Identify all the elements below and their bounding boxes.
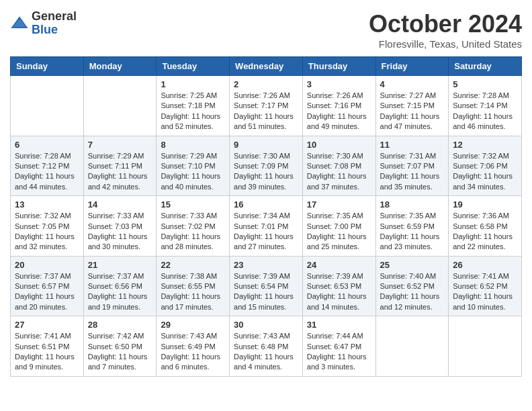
day-number: 10: [307, 140, 371, 150]
day-number: 20: [15, 260, 79, 270]
day-content: Sunrise: 7:44 AM Sunset: 6:47 PM Dayligh…: [307, 331, 371, 373]
calendar-header-row: SundayMondayTuesdayWednesdayThursdayFrid…: [11, 57, 522, 76]
day-number: 9: [234, 140, 298, 150]
calendar-day-cell: [11, 76, 84, 136]
day-content: Sunrise: 7:29 AM Sunset: 7:11 PM Dayligh…: [88, 151, 152, 193]
day-content: Sunrise: 7:43 AM Sunset: 6:49 PM Dayligh…: [161, 331, 225, 373]
calendar-day-cell: 22Sunrise: 7:38 AM Sunset: 6:55 PM Dayli…: [157, 256, 230, 316]
calendar-day-cell: 1Sunrise: 7:25 AM Sunset: 7:18 PM Daylig…: [157, 76, 230, 136]
day-number: 24: [307, 260, 371, 270]
day-content: Sunrise: 7:33 AM Sunset: 7:02 PM Dayligh…: [161, 211, 225, 253]
day-content: Sunrise: 7:32 AM Sunset: 7:06 PM Dayligh…: [453, 151, 517, 193]
calendar-day-cell: 5Sunrise: 7:28 AM Sunset: 7:14 PM Daylig…: [449, 76, 522, 136]
day-number: 23: [234, 260, 298, 270]
day-of-week-header: Thursday: [302, 57, 375, 76]
day-number: 6: [15, 140, 79, 150]
day-content: Sunrise: 7:28 AM Sunset: 7:12 PM Dayligh…: [15, 151, 79, 193]
day-number: 8: [161, 140, 225, 150]
calendar-day-cell: 11Sunrise: 7:31 AM Sunset: 7:07 PM Dayli…: [375, 136, 449, 196]
calendar-day-cell: 7Sunrise: 7:29 AM Sunset: 7:11 PM Daylig…: [83, 136, 157, 196]
calendar-day-cell: 20Sunrise: 7:37 AM Sunset: 6:57 PM Dayli…: [11, 256, 84, 316]
day-number: 5: [453, 79, 517, 89]
calendar-day-cell: 29Sunrise: 7:43 AM Sunset: 6:49 PM Dayli…: [157, 316, 230, 377]
day-content: Sunrise: 7:26 AM Sunset: 7:16 PM Dayligh…: [307, 91, 371, 132]
day-of-week-header: Friday: [375, 57, 449, 76]
day-content: Sunrise: 7:25 AM Sunset: 7:18 PM Dayligh…: [161, 91, 225, 132]
day-of-week-header: Saturday: [449, 57, 522, 76]
calendar-day-cell: 26Sunrise: 7:41 AM Sunset: 6:52 PM Dayli…: [449, 256, 522, 316]
day-content: Sunrise: 7:31 AM Sunset: 7:07 PM Dayligh…: [380, 151, 445, 193]
logo-general: General: [32, 10, 77, 24]
day-content: Sunrise: 7:40 AM Sunset: 6:52 PM Dayligh…: [380, 271, 445, 313]
day-number: 13: [15, 199, 79, 210]
day-of-week-header: Wednesday: [230, 57, 303, 76]
calendar-day-cell: 28Sunrise: 7:42 AM Sunset: 6:50 PM Dayli…: [83, 316, 157, 377]
day-number: 14: [88, 199, 152, 210]
day-content: Sunrise: 7:33 AM Sunset: 7:03 PM Dayligh…: [88, 211, 152, 253]
day-of-week-header: Sunday: [11, 57, 84, 76]
calendar-day-cell: 6Sunrise: 7:28 AM Sunset: 7:12 PM Daylig…: [11, 136, 84, 196]
calendar-day-cell: [375, 316, 449, 377]
calendar-table: SundayMondayTuesdayWednesdayThursdayFrid…: [10, 56, 522, 377]
day-content: Sunrise: 7:42 AM Sunset: 6:50 PM Dayligh…: [88, 331, 152, 373]
day-content: Sunrise: 7:41 AM Sunset: 6:52 PM Dayligh…: [453, 271, 517, 313]
calendar-day-cell: 18Sunrise: 7:35 AM Sunset: 6:59 PM Dayli…: [375, 196, 449, 257]
day-content: Sunrise: 7:36 AM Sunset: 6:58 PM Dayligh…: [453, 211, 517, 253]
calendar-day-cell: 9Sunrise: 7:30 AM Sunset: 7:09 PM Daylig…: [230, 136, 303, 196]
day-content: Sunrise: 7:35 AM Sunset: 7:00 PM Dayligh…: [307, 211, 371, 253]
calendar-day-cell: [83, 76, 157, 136]
logo-icon: [10, 14, 29, 33]
calendar-day-cell: 14Sunrise: 7:33 AM Sunset: 7:03 PM Dayli…: [83, 196, 157, 257]
day-number: 2: [234, 79, 298, 89]
day-of-week-header: Monday: [83, 57, 157, 76]
day-content: Sunrise: 7:37 AM Sunset: 6:57 PM Dayligh…: [15, 271, 79, 313]
calendar-day-cell: 2Sunrise: 7:26 AM Sunset: 7:17 PM Daylig…: [230, 76, 303, 136]
calendar-week-row: 20Sunrise: 7:37 AM Sunset: 6:57 PM Dayli…: [11, 256, 522, 316]
day-number: 17: [307, 199, 371, 210]
calendar-day-cell: 17Sunrise: 7:35 AM Sunset: 7:00 PM Dayli…: [302, 196, 375, 257]
day-number: 22: [161, 260, 225, 270]
calendar-day-cell: 10Sunrise: 7:30 AM Sunset: 7:08 PM Dayli…: [302, 136, 375, 196]
day-number: 12: [453, 140, 517, 150]
calendar-week-row: 6Sunrise: 7:28 AM Sunset: 7:12 PM Daylig…: [11, 136, 522, 196]
calendar-week-row: 1Sunrise: 7:25 AM Sunset: 7:18 PM Daylig…: [11, 76, 522, 136]
day-number: 4: [380, 79, 445, 89]
calendar-day-cell: 13Sunrise: 7:32 AM Sunset: 7:05 PM Dayli…: [11, 196, 84, 257]
calendar-day-cell: 4Sunrise: 7:27 AM Sunset: 7:15 PM Daylig…: [375, 76, 449, 136]
day-content: Sunrise: 7:35 AM Sunset: 6:59 PM Dayligh…: [380, 211, 445, 253]
day-number: 1: [161, 79, 225, 89]
month-title: October 2024: [369, 10, 522, 38]
calendar-week-row: 13Sunrise: 7:32 AM Sunset: 7:05 PM Dayli…: [11, 196, 522, 257]
calendar-day-cell: 8Sunrise: 7:29 AM Sunset: 7:10 PM Daylig…: [157, 136, 230, 196]
day-content: Sunrise: 7:30 AM Sunset: 7:09 PM Dayligh…: [234, 151, 298, 193]
day-number: 30: [234, 320, 298, 330]
day-number: 27: [15, 320, 79, 330]
calendar-day-cell: 27Sunrise: 7:41 AM Sunset: 6:51 PM Dayli…: [11, 316, 84, 377]
logo: General Blue: [10, 10, 77, 37]
day-number: 7: [88, 140, 152, 150]
day-content: Sunrise: 7:39 AM Sunset: 6:54 PM Dayligh…: [234, 271, 298, 313]
day-number: 31: [307, 320, 371, 330]
location: Floresville, Texas, United States: [369, 38, 522, 50]
day-number: 19: [453, 199, 517, 210]
calendar-day-cell: 19Sunrise: 7:36 AM Sunset: 6:58 PM Dayli…: [449, 196, 522, 257]
day-number: 26: [453, 260, 517, 270]
day-number: 3: [307, 79, 371, 89]
calendar-day-cell: 25Sunrise: 7:40 AM Sunset: 6:52 PM Dayli…: [375, 256, 449, 316]
day-number: 29: [161, 320, 225, 330]
day-content: Sunrise: 7:39 AM Sunset: 6:53 PM Dayligh…: [307, 271, 371, 313]
day-number: 21: [88, 260, 152, 270]
day-content: Sunrise: 7:28 AM Sunset: 7:14 PM Dayligh…: [453, 91, 517, 132]
calendar-day-cell: 24Sunrise: 7:39 AM Sunset: 6:53 PM Dayli…: [302, 256, 375, 316]
calendar-day-cell: [449, 316, 522, 377]
calendar-day-cell: 23Sunrise: 7:39 AM Sunset: 6:54 PM Dayli…: [230, 256, 303, 316]
day-content: Sunrise: 7:43 AM Sunset: 6:48 PM Dayligh…: [234, 331, 298, 373]
title-area: October 2024 Floresville, Texas, United …: [369, 10, 522, 50]
day-content: Sunrise: 7:26 AM Sunset: 7:17 PM Dayligh…: [234, 91, 298, 132]
day-number: 18: [380, 199, 445, 210]
day-content: Sunrise: 7:41 AM Sunset: 6:51 PM Dayligh…: [15, 331, 79, 373]
day-content: Sunrise: 7:27 AM Sunset: 7:15 PM Dayligh…: [380, 91, 445, 132]
day-number: 11: [380, 140, 445, 150]
day-content: Sunrise: 7:32 AM Sunset: 7:05 PM Dayligh…: [15, 211, 79, 253]
day-number: 25: [380, 260, 445, 270]
